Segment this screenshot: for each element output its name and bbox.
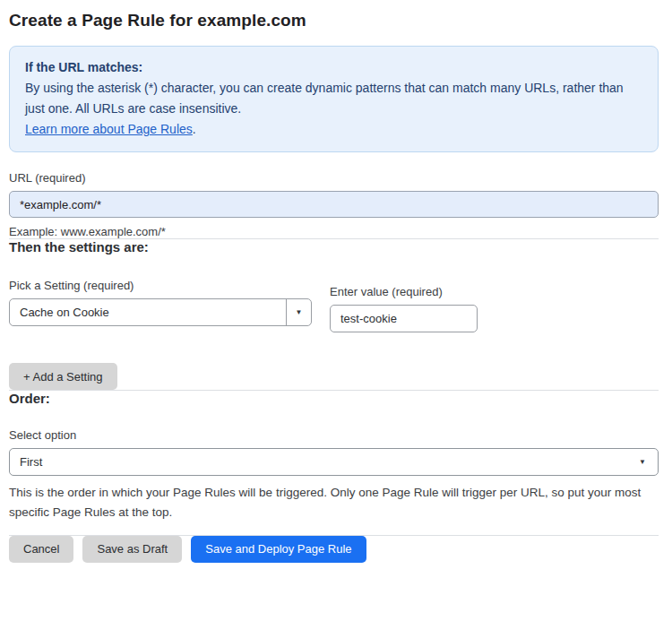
- setting-picker-arrow-button[interactable]: ▼: [286, 299, 311, 325]
- setting-picker-selected-value: Cache on Cookie: [10, 299, 286, 325]
- info-box-link-line: Learn more about Page Rules.: [25, 119, 642, 140]
- setting-picker-column: Pick a Setting (required) Cache on Cooki…: [9, 279, 312, 332]
- setting-picker-dropdown[interactable]: Cache on Cookie ▼: [9, 298, 312, 326]
- setting-value-input[interactable]: [330, 305, 478, 332]
- chevron-down-icon: ▼: [639, 459, 646, 466]
- learn-more-link[interactable]: Learn more about Page Rules: [25, 122, 193, 136]
- url-field-label: URL (required): [9, 171, 659, 185]
- info-box-body: By using the asterisk (*) character, you…: [25, 78, 642, 119]
- cancel-button[interactable]: Cancel: [9, 536, 73, 563]
- page-rule-form: Create a Page Rule for example.com If th…: [0, 0, 672, 563]
- order-helper-text: This is the order in which your Page Rul…: [9, 483, 659, 522]
- chevron-down-icon: ▼: [296, 309, 303, 316]
- page-title: Create a Page Rule for example.com: [9, 11, 659, 30]
- order-selected-value: First: [10, 449, 658, 475]
- form-actions: Cancel Save as Draft Save and Deploy Pag…: [9, 536, 659, 563]
- value-field-label: Enter value (required): [330, 285, 478, 298]
- setting-value-column: Enter value (required): [330, 285, 478, 332]
- save-and-deploy-button[interactable]: Save and Deploy Page Rule: [191, 536, 366, 563]
- settings-section-heading: Then the settings are:: [9, 239, 659, 254]
- order-select-label: Select option: [9, 428, 659, 442]
- setting-picker-label: Pick a Setting (required): [9, 279, 312, 292]
- add-setting-button[interactable]: + Add a Setting: [9, 363, 117, 390]
- link-suffix: .: [193, 122, 196, 136]
- order-select-dropdown[interactable]: First ▼: [9, 448, 659, 476]
- url-example-helper: Example: www.example.com/*: [9, 225, 659, 238]
- url-match-info-box: If the URL matches: By using the asteris…: [9, 46, 659, 152]
- info-box-heading: If the URL matches:: [25, 57, 642, 78]
- order-section-heading: Order:: [9, 391, 659, 406]
- settings-row: Pick a Setting (required) Cache on Cooki…: [9, 279, 659, 332]
- url-input[interactable]: [9, 191, 659, 218]
- save-as-draft-button[interactable]: Save as Draft: [82, 536, 182, 563]
